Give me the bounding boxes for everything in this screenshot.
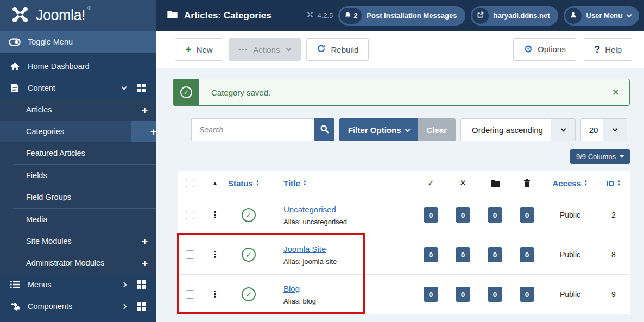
published-count-badge[interactable]: 0: [424, 287, 438, 302]
search-input[interactable]: [191, 118, 314, 141]
archived-count-badge[interactable]: 0: [488, 287, 502, 302]
category-title-link[interactable]: Joomla Site: [283, 244, 326, 254]
status-published-icon[interactable]: ✓: [242, 248, 256, 262]
add-article-icon[interactable]: +: [142, 105, 148, 115]
unpublished-count-badge[interactable]: 0: [456, 287, 470, 302]
administrator-modules-label: Administrator Modules: [26, 258, 104, 267]
list-limit-select[interactable]: 20: [580, 118, 627, 141]
joomla-admin-page: Joomla! ® Articles: Categories 4.2.5: [0, 0, 644, 322]
category-title-link[interactable]: Blog: [283, 284, 300, 293]
unpublished-count-badge[interactable]: 0: [456, 207, 470, 223]
chevron-down-icon: [560, 127, 566, 132]
registered-mark: ®: [87, 5, 91, 11]
sidebar-item-content[interactable]: Content: [0, 77, 156, 99]
ordering-select[interactable]: Ordering ascending: [460, 118, 576, 141]
new-button[interactable]: + New: [175, 38, 223, 61]
columns-toggle-button[interactable]: 9/9 Columns: [570, 149, 630, 164]
chevron-right-icon: [122, 282, 127, 287]
published-count-badge[interactable]: 0: [424, 207, 438, 223]
chevron-down-icon: [122, 85, 127, 90]
site-link-label: haryadi.ddns.net: [494, 11, 550, 20]
status-published-icon[interactable]: ✓: [242, 287, 256, 301]
articles-label: Articles: [26, 105, 52, 114]
user-icon: [570, 11, 577, 20]
status-published-icon[interactable]: ✓: [242, 208, 256, 222]
user-menu-button[interactable]: User Menu: [564, 6, 639, 26]
row-drag-handle[interactable]: ⋮: [202, 250, 228, 259]
sidebar-item-home-dashboard[interactable]: Home Dashboard: [0, 55, 156, 77]
sidebar-item-site-modules[interactable]: Site Modules +: [0, 230, 156, 252]
help-button[interactable]: ? Help: [584, 38, 632, 61]
trashed-count-badge[interactable]: 0: [520, 247, 534, 262]
home-icon: [9, 62, 21, 71]
title-column-header[interactable]: Title ▲▼: [269, 179, 415, 188]
add-admin-module-icon[interactable]: +: [142, 258, 148, 268]
question-icon: ?: [594, 45, 600, 54]
category-title-link[interactable]: Uncategorised: [283, 205, 336, 214]
header-bar: Articles: Categories 4.2.5 2: [156, 0, 644, 31]
toolbar: + New ••• Actions Rebuild ⚙ Options: [156, 31, 644, 68]
filter-options-button[interactable]: Filter Options: [339, 118, 418, 141]
grid-icon[interactable]: [136, 84, 148, 92]
grid-icon[interactable]: [136, 302, 148, 311]
content-label: Content: [28, 84, 55, 92]
archived-column-icon[interactable]: [479, 180, 511, 187]
add-category-button[interactable]: +: [131, 121, 156, 142]
trashed-count-badge[interactable]: 0: [520, 207, 534, 223]
category-id: 2: [597, 211, 630, 219]
archived-count-badge[interactable]: 0: [488, 207, 502, 223]
chevron-down-icon: [286, 46, 292, 52]
row-drag-handle[interactable]: ⋮: [202, 211, 228, 219]
search-icon: [320, 124, 329, 135]
search-button[interactable]: [314, 118, 334, 141]
status-column-header[interactable]: Status ▲▼: [228, 179, 269, 188]
sidebar-item-articles[interactable]: Articles +: [0, 99, 156, 121]
row-checkbox[interactable]: [186, 211, 194, 219]
sidebar-item-media[interactable]: Media: [0, 209, 156, 230]
sidebar-item-field-groups[interactable]: Field Groups: [0, 186, 156, 208]
columns-label: 9/9 Columns: [576, 153, 616, 161]
sidebar-item-components[interactable]: Components: [0, 295, 156, 317]
rebuild-button[interactable]: Rebuild: [306, 38, 369, 61]
sidebar-item-featured-articles[interactable]: Featured Articles: [0, 142, 156, 164]
row-checkbox[interactable]: [186, 250, 194, 259]
published-column-icon[interactable]: ✓: [415, 178, 447, 188]
options-button[interactable]: ⚙ Options: [513, 38, 576, 61]
unpublished-column-icon[interactable]: ✕: [447, 178, 479, 188]
filter-options-label: Filter Options: [348, 125, 401, 135]
grid-icon[interactable]: [136, 280, 148, 289]
plus-icon: +: [185, 44, 192, 55]
joomla-logo[interactable]: Joomla! ®: [0, 0, 156, 31]
unpublished-count-badge[interactable]: 0: [456, 247, 470, 262]
clear-label: Clear: [427, 125, 447, 135]
sidebar-item-fields[interactable]: Fields: [0, 165, 156, 186]
sidebar-item-administrator-modules[interactable]: Administrator Modules +: [0, 252, 156, 274]
published-count-badge[interactable]: 0: [424, 247, 438, 262]
actions-button[interactable]: ••• Actions: [229, 38, 301, 61]
trashed-count-badge[interactable]: 0: [520, 287, 534, 302]
archived-count-badge[interactable]: 0: [488, 247, 502, 262]
close-icon[interactable]: ✕: [612, 87, 620, 98]
row-checkbox[interactable]: [186, 290, 194, 299]
help-button-label: Help: [605, 45, 622, 54]
select-all-checkbox[interactable]: [186, 179, 194, 187]
site-preview-button[interactable]: haryadi.ddns.net: [471, 6, 558, 26]
clear-button[interactable]: Clear: [418, 118, 456, 141]
joomla-logo-icon: [11, 5, 29, 26]
sort-icon: ▲▼: [617, 180, 621, 187]
sidebar: Toggle Menu Home Dashboard Content Artic…: [0, 31, 156, 322]
ordering-column-header[interactable]: ▲: [202, 180, 228, 186]
chevron-down-icon: [405, 127, 410, 132]
post-installation-messages-button[interactable]: 2 Post Installation Messages: [338, 6, 465, 26]
top-header: Joomla! ® Articles: Categories 4.2.5: [0, 0, 644, 31]
add-site-module-icon[interactable]: +: [142, 236, 148, 247]
access-level: Public: [543, 290, 597, 299]
trashed-column-icon[interactable]: [511, 179, 543, 187]
sidebar-item-categories[interactable]: Categories +: [0, 121, 156, 142]
row-drag-handle[interactable]: ⋮: [202, 290, 228, 299]
toggle-menu-button[interactable]: Toggle Menu: [0, 31, 156, 53]
access-column-header[interactable]: Access ▲▼: [543, 179, 597, 188]
sidebar-item-menus[interactable]: Menus: [0, 274, 156, 295]
id-column-header[interactable]: ID ▲▼: [597, 179, 630, 188]
table-header-row: ▲ Status ▲▼ Title ▲▼ ✓ ✕ Access: [178, 171, 630, 195]
